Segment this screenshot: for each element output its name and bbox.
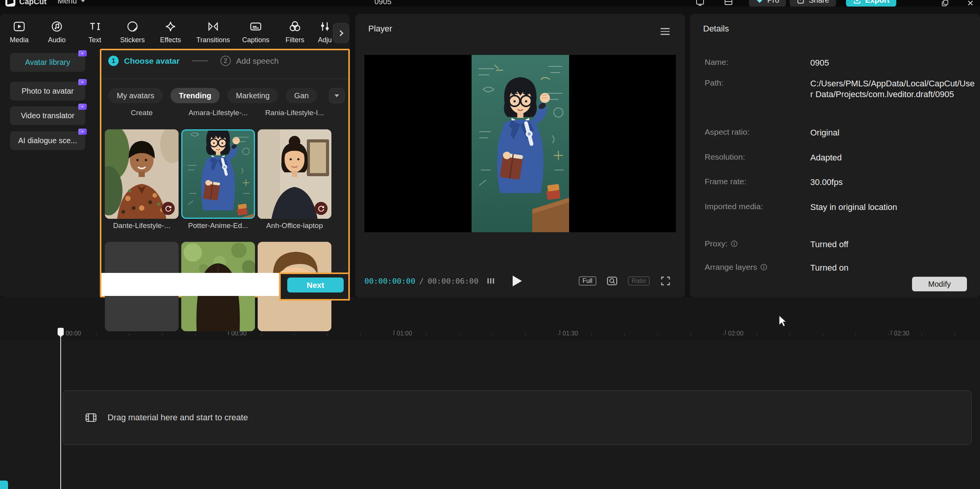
sidebar-item-video-translator[interactable]: Video translator — [10, 106, 85, 125]
next-button[interactable]: Next — [287, 278, 344, 292]
step-1-label: Choose avatar — [124, 56, 180, 66]
film-icon — [84, 411, 98, 424]
minor-ticks — [63, 334, 980, 335]
avatar-card-anh[interactable] — [258, 129, 331, 219]
export-label: Export — [865, 0, 889, 5]
captions-icon — [248, 19, 263, 34]
close-window-button[interactable] — [964, 0, 977, 7]
tab-media[interactable]: Media — [1, 19, 38, 44]
play-button[interactable] — [513, 273, 522, 289]
tab-gaming[interactable]: Gan — [286, 88, 317, 103]
avatar-label-dante[interactable]: Dante-Lifestyle-... — [105, 221, 179, 230]
restore-window-button[interactable] — [939, 0, 952, 7]
tab-stickers[interactable]: Stickers — [114, 19, 151, 44]
tab-audio[interactable]: Audio — [38, 19, 75, 44]
tab-effects[interactable]: Effects — [152, 19, 189, 44]
full-quality-badge[interactable]: Full — [579, 276, 596, 286]
avatar-label-rania[interactable]: Rania-Lifestyle-I... — [258, 109, 331, 117]
menu-label: Menu — [58, 0, 77, 5]
stickers-icon — [125, 19, 140, 34]
avatar-label-potter[interactable]: Potter-Anime-Ed... — [181, 221, 255, 230]
timecode-current: 00:00:00:00 — [364, 276, 415, 286]
avatar-card-potter-selected[interactable] — [181, 129, 255, 219]
pro-button[interactable]: Pro — [749, 0, 786, 7]
avatar-label-create[interactable]: Create — [105, 109, 179, 117]
tab-transitions[interactable]: Transitions — [195, 19, 232, 44]
chevron-right-icon — [337, 30, 343, 36]
audio-icon — [50, 19, 64, 34]
step-2-label: Add speech — [236, 56, 279, 66]
app-logo: CapCut — [5, 0, 46, 7]
player-right-controls: Full Ratio — [579, 273, 671, 289]
panel-layout-icon[interactable] — [722, 0, 735, 7]
player-title: Player — [368, 24, 392, 34]
info-icon[interactable] — [760, 264, 767, 271]
effects-icon — [163, 19, 178, 34]
tab-captions[interactable]: Captions — [237, 19, 274, 44]
mouse-cursor — [776, 314, 790, 327]
empty-track-dropzone[interactable]: Drag material here and start to create — [63, 390, 972, 445]
potter-thumbnail — [182, 131, 254, 218]
fullscreen-icon[interactable] — [660, 275, 671, 287]
step-1-indicator: 1 — [108, 56, 119, 66]
sidebar-item-avatar-library[interactable]: Avatar library — [10, 53, 85, 72]
devices-icon[interactable] — [694, 0, 707, 7]
regenerate-button[interactable] — [315, 202, 328, 215]
track-area[interactable]: Drag material here and start to create — [0, 340, 980, 489]
transitions-icon — [206, 19, 220, 34]
tabs-dropdown-button[interactable] — [329, 88, 344, 103]
player-menu-button[interactable] — [661, 26, 670, 37]
chevron-down-icon — [334, 94, 339, 97]
magnify-preview-icon[interactable] — [606, 275, 618, 287]
play-icon — [513, 276, 522, 286]
info-icon[interactable] — [731, 240, 738, 247]
avatar-label-anh[interactable]: Anh-Office-laptop — [258, 221, 331, 230]
frame-view-button[interactable] — [486, 273, 496, 289]
details-title: Details — [703, 24, 729, 34]
video-viewport — [364, 55, 676, 232]
annotation-mask — [101, 273, 279, 296]
export-icon — [853, 0, 861, 4]
timeline-corner-button[interactable] — [0, 481, 8, 489]
bars-icon — [486, 276, 496, 286]
avatar-label-amara[interactable]: Amara-Lifestyle-... — [181, 109, 255, 117]
share-button[interactable]: Share — [790, 0, 836, 7]
tab-trending[interactable]: Trending — [171, 88, 220, 103]
share-label: Share — [809, 0, 829, 5]
menu-button[interactable]: Menu — [58, 0, 85, 5]
tab-filters[interactable]: Filters — [276, 19, 313, 44]
step-connector — [192, 60, 208, 61]
tab-my-avatars[interactable]: My avatars — [108, 88, 163, 103]
playhead-handle[interactable] — [58, 328, 64, 335]
sidebar-item-ai-dialogue-scene[interactable]: AI dialogue sce... — [10, 131, 85, 150]
ai-badge-icon — [78, 79, 87, 85]
avatar-card-dante[interactable] — [105, 129, 179, 219]
refresh-icon — [164, 205, 172, 212]
pro-label: Pro — [767, 0, 779, 5]
tab-marketing[interactable]: Marketing — [227, 88, 278, 103]
avatar-library-panel: 1 Choose avatar 2 Add speech My avatars … — [100, 49, 350, 297]
modify-button[interactable]: Modify — [912, 277, 967, 291]
divider — [101, 79, 348, 79]
tab-text[interactable]: Text — [76, 19, 113, 44]
ratio-badge[interactable]: Ratio — [628, 276, 650, 286]
player-panel: Player 00:00:00:00 / 00:00:06:00 Full Ra… — [355, 14, 685, 297]
regenerate-button[interactable] — [162, 202, 175, 215]
next-highlight-box: Next — [279, 273, 350, 301]
timecode-divider: / — [419, 276, 424, 286]
sidebar-item-photo-to-avatar[interactable]: Photo to avatar — [10, 82, 85, 101]
timecode: 00:00:00:00 / 00:00:06:00 — [364, 273, 478, 289]
adjustment-icon — [318, 19, 332, 34]
capcut-logo-icon — [5, 0, 15, 7]
ai-badge-icon — [78, 50, 87, 56]
empty-track-text: Drag material here and start to create — [108, 413, 248, 423]
toolbar-expand-button[interactable] — [333, 23, 349, 43]
step-2-indicator: 2 — [220, 56, 231, 66]
refresh-icon — [317, 205, 325, 212]
playhead-line — [60, 336, 61, 489]
details-panel: Details Name: 0905 Path: C:/Users/PMLS/A… — [690, 14, 980, 297]
text-icon — [88, 19, 102, 34]
project-title: 0905 — [374, 0, 392, 6]
export-button[interactable]: Export — [846, 0, 896, 7]
media-icon — [12, 19, 26, 34]
